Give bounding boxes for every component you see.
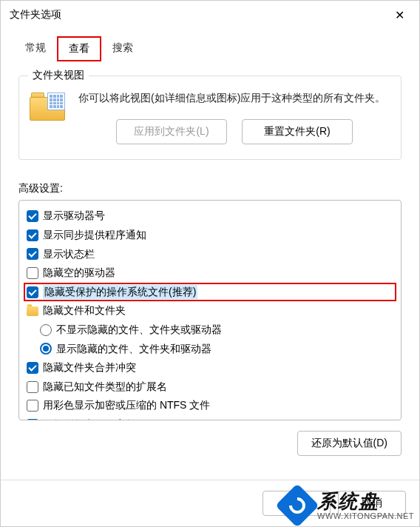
tree-item[interactable]: 用彩色显示加密或压缩的 NTFS 文件 — [24, 396, 396, 415]
checkbox-icon[interactable] — [27, 381, 38, 393]
tree-item[interactable]: 隐藏文件夹合并冲突 — [24, 358, 396, 377]
tree-item-label: 隐藏文件和文件夹 — [43, 303, 126, 318]
tree-item-label: 在标题栏中显示完整路径 — [43, 417, 157, 420]
watermark: 系统盘 WWW.XITONGPAN.NET — [282, 490, 414, 521]
tree-item-label: 不显示隐藏的文件、文件夹或驱动器 — [56, 323, 222, 338]
folder-view-description: 你可以将此视图(如详细信息或图标)应用于这种类型的所有文件夹。 — [78, 90, 390, 106]
titlebar: 文件夹选项 ✕ — [1, 1, 419, 29]
tree-item[interactable]: 不显示隐藏的文件、文件夹或驱动器 — [24, 320, 396, 340]
tree-item-label: 用彩色显示加密或压缩的 NTFS 文件 — [43, 398, 210, 413]
tree-item[interactable]: 在标题栏中显示完整路径 — [24, 415, 396, 420]
window-title: 文件夹选项 — [10, 8, 61, 21]
advanced-settings-tree[interactable]: 显示驱动器号显示同步提供程序通知显示状态栏隐藏空的驱动器隐藏受保护的操作系统文件… — [18, 200, 402, 420]
tree-item-label: 隐藏已知文件类型的扩展名 — [43, 380, 167, 395]
watermark-logo-icon — [275, 483, 319, 527]
tree-item-label: 显示状态栏 — [43, 247, 95, 262]
tree-item-label: 显示同步提供程序通知 — [43, 228, 146, 243]
folder-icon — [27, 306, 38, 316]
restore-defaults-button[interactable]: 还原为默认值(D) — [297, 431, 402, 456]
tree-item-label: 隐藏空的驱动器 — [43, 266, 115, 281]
checkbox-icon[interactable] — [27, 229, 38, 241]
content-area: 文件夹视图 你可以将此视图(如详细信息或图标)应用于这种类型的所有文件夹。 应用… — [1, 62, 419, 480]
checkbox-icon[interactable] — [27, 362, 38, 374]
checkbox-icon[interactable] — [27, 286, 38, 298]
tab-strip: 常规 查看 搜索 — [1, 36, 419, 62]
watermark-text-en: WWW.XITONGPAN.NET — [317, 511, 414, 520]
tree-item[interactable]: 显示隐藏的文件、文件夹和驱动器 — [24, 340, 396, 359]
folder-view-group: 文件夹视图 你可以将此视图(如详细信息或图标)应用于这种类型的所有文件夹。 应用… — [18, 75, 402, 160]
radio-icon[interactable] — [40, 324, 52, 336]
checkbox-icon[interactable] — [27, 267, 38, 279]
checkbox-icon[interactable] — [27, 419, 38, 421]
folder-view-label: 文件夹视图 — [28, 69, 89, 82]
checkbox-icon[interactable] — [27, 210, 38, 222]
tree-item-label: 隐藏文件夹合并冲突 — [43, 360, 136, 375]
close-button[interactable]: ✕ — [388, 8, 410, 22]
tree-item-label: 显示驱动器号 — [43, 209, 105, 224]
folder-options-dialog: 文件夹选项 ✕ 常规 查看 搜索 文件夹视图 你可以将此视图(如详细信息或图标)… — [0, 0, 420, 527]
tab-general[interactable]: 常规 — [14, 36, 57, 61]
tree-item[interactable]: 显示状态栏 — [24, 245, 396, 264]
tree-item-label: 显示隐藏的文件、文件夹和驱动器 — [56, 342, 211, 357]
apply-to-folders-button[interactable]: 应用到文件夹(L) — [116, 119, 227, 144]
tree-item-label: 隐藏受保护的操作系统文件(推荐) — [43, 285, 197, 300]
reset-folders-button[interactable]: 重置文件夹(R) — [242, 119, 353, 144]
folder-icon — [30, 91, 67, 122]
checkbox-icon[interactable] — [27, 400, 38, 412]
advanced-settings-label: 高级设置: — [18, 182, 402, 195]
tree-item[interactable]: 隐藏受保护的操作系统文件(推荐) — [24, 283, 396, 302]
tab-search[interactable]: 搜索 — [101, 36, 144, 61]
tree-item[interactable]: 隐藏空的驱动器 — [24, 264, 396, 283]
checkbox-icon[interactable] — [27, 248, 38, 260]
tree-item[interactable]: 隐藏已知文件类型的扩展名 — [24, 377, 396, 397]
tree-item[interactable]: 隐藏文件和文件夹 — [24, 301, 396, 320]
tab-view[interactable]: 查看 — [57, 36, 101, 61]
watermark-text-cn: 系统盘 — [317, 491, 414, 512]
radio-icon[interactable] — [40, 343, 52, 355]
tree-item[interactable]: 显示驱动器号 — [24, 207, 396, 226]
tree-item[interactable]: 显示同步提供程序通知 — [24, 226, 396, 245]
